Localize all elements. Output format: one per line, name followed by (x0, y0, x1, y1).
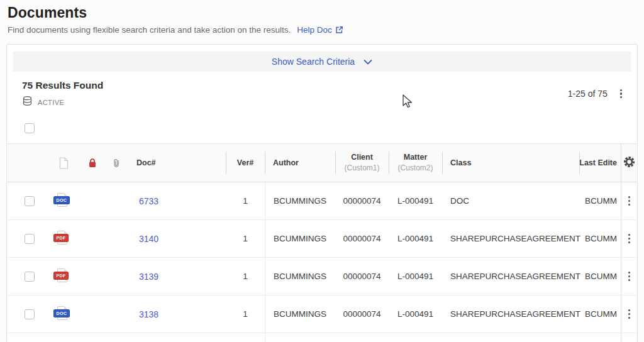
gear-icon (623, 156, 635, 170)
results-count: 75 Results Found (22, 80, 103, 91)
class-cell: SHAREPURCHASEAGREEMENT (442, 258, 579, 295)
show-search-criteria-label: Show Search Criteria (272, 57, 355, 67)
table-header: Doc# Ver# Author Client (Custom1) Matter… (7, 143, 637, 182)
file-type-icon: PDF (53, 230, 70, 247)
database-icon (22, 96, 33, 109)
class-cell: SHAREPURCHASEAGREEMENT (442, 220, 579, 257)
header-checkbox-spacer (7, 144, 45, 182)
doc-number-link[interactable]: 3138 (139, 309, 158, 319)
attachment-cell (103, 220, 130, 257)
file-type-badge: DOC (53, 196, 70, 204)
page-header: Documents Find documents using flexible … (0, 0, 644, 35)
column-header-doc-number[interactable]: Doc# (130, 144, 226, 182)
matter-cell: L-000491 (389, 182, 442, 219)
column-header-class[interactable]: Class (442, 144, 579, 182)
attachment-cell (103, 295, 130, 333)
row-overflow-menu-button[interactable] (625, 194, 634, 208)
matter-cell: L-000491 (389, 295, 442, 333)
file-type-column-icon (45, 144, 82, 182)
column-header-matter[interactable]: Matter (Custom2) (389, 144, 442, 182)
row-checkbox[interactable] (25, 234, 35, 244)
class-cell: SHAREPURCHASEAGREEMENT (442, 295, 579, 333)
client-cell: 00000074 (335, 295, 389, 333)
attachment-cell (103, 182, 130, 219)
file-type-badge: DOC (53, 309, 70, 317)
matter-header-sublabel: (Custom2) (397, 163, 433, 173)
page-subtitle: Find documents using flexible search cri… (8, 25, 291, 35)
author-cell: BCUMMINGS (265, 258, 335, 295)
help-doc-link-label: Help Doc (297, 25, 332, 35)
row-checkbox[interactable] (25, 196, 35, 206)
select-all-checkbox[interactable] (25, 123, 35, 133)
row-overflow-menu-button[interactable] (625, 307, 634, 321)
client-header-label: Client (351, 152, 373, 163)
chevron-down-icon (364, 57, 372, 67)
last-edited-cell: BCUMM (579, 182, 621, 219)
attachment-cell (103, 258, 130, 295)
file-type-badge: PDF (53, 234, 69, 242)
documents-panel: Show Search Criteria 75 Results Found (6, 44, 638, 342)
doc-number-link[interactable]: 6733 (139, 196, 158, 206)
results-left: 75 Results Found ACTIVE (22, 80, 103, 116)
column-settings-gear-button[interactable] (622, 155, 636, 171)
lock-cell (82, 295, 103, 333)
file-type-icon: PDF (53, 268, 70, 285)
file-type-icon: DOC (53, 306, 70, 323)
client-header-sublabel: (Custom1) (344, 163, 379, 173)
last-edited-cell: BCUMM (579, 295, 621, 333)
version-cell: 1 (226, 220, 265, 257)
table-row: DOC 3138 1 BCUMMINGS 00000074 L-000491 S… (7, 295, 637, 333)
client-cell: 00000074 (335, 258, 389, 295)
lock-cell (82, 220, 103, 257)
lock-cell (82, 182, 103, 219)
row-overflow-menu-button[interactable] (625, 231, 634, 246)
file-type-badge: PDF (53, 272, 69, 280)
author-cell: BCUMMINGS (265, 295, 335, 333)
column-header-last-edited[interactable]: Last Edite (579, 144, 621, 182)
select-all-row (7, 116, 637, 143)
external-link-icon (335, 26, 343, 34)
row-overflow-menu-button[interactable] (625, 269, 634, 284)
pagination-range: 1-25 of 75 (568, 89, 608, 99)
version-cell: 1 (226, 258, 265, 295)
doc-number-link[interactable]: 3139 (139, 272, 158, 282)
file-type-icon: DOC (53, 192, 70, 209)
search-criteria-bar: Show Search Criteria (13, 52, 631, 72)
author-cell: BCUMMINGS (265, 220, 335, 257)
doc-number-link[interactable]: 3140 (139, 234, 158, 244)
table-row: PDF 3140 1 BCUMMINGS 00000074 L-000491 S… (7, 220, 637, 258)
client-cell: 00000074 (335, 182, 389, 219)
show-search-criteria-button[interactable]: Show Search Criteria (272, 57, 372, 67)
matter-header-label: Matter (404, 152, 428, 163)
table-row: DOC 6733 1 BCUMMINGS 00000074 L-000491 D… (7, 182, 637, 220)
last-edited-cell: BCUMM (579, 220, 621, 257)
table-row: PDF 3139 1 BCUMMINGS 00000074 L-000491 S… (7, 258, 637, 295)
help-doc-link[interactable]: Help Doc (297, 25, 343, 35)
results-overflow-menu-button[interactable] (616, 87, 626, 101)
row-checkbox[interactable] (25, 272, 35, 282)
results-right: 1-25 of 75 (568, 84, 626, 104)
results-summary: 75 Results Found ACTIVE 1-25 of 75 (7, 72, 637, 116)
client-cell: 00000074 (335, 220, 389, 257)
scope-label: ACTIVE (38, 99, 64, 106)
matter-cell: L-000491 (389, 258, 442, 295)
page-title: Documents (8, 4, 644, 21)
author-cell: BCUMMINGS (265, 182, 335, 219)
column-header-client[interactable]: Client (Custom1) (335, 144, 389, 182)
matter-cell: L-000491 (389, 220, 442, 257)
results-scope: ACTIVE (22, 96, 103, 109)
row-checkbox[interactable] (25, 309, 35, 319)
column-header-version[interactable]: Ver# (226, 144, 265, 182)
page-subtitle-row: Find documents using flexible search cri… (8, 25, 644, 35)
class-cell: DOC (442, 182, 579, 219)
column-header-author[interactable]: Author (265, 144, 335, 182)
column-settings-cell (621, 144, 637, 182)
last-edited-cell: BCUMM (579, 258, 621, 295)
version-cell: 1 (226, 182, 265, 219)
table-row-partial (7, 333, 637, 342)
lock-column-icon (82, 144, 103, 182)
version-cell: 1 (226, 295, 265, 333)
lock-cell (82, 258, 103, 295)
attachment-column-icon (103, 144, 130, 182)
